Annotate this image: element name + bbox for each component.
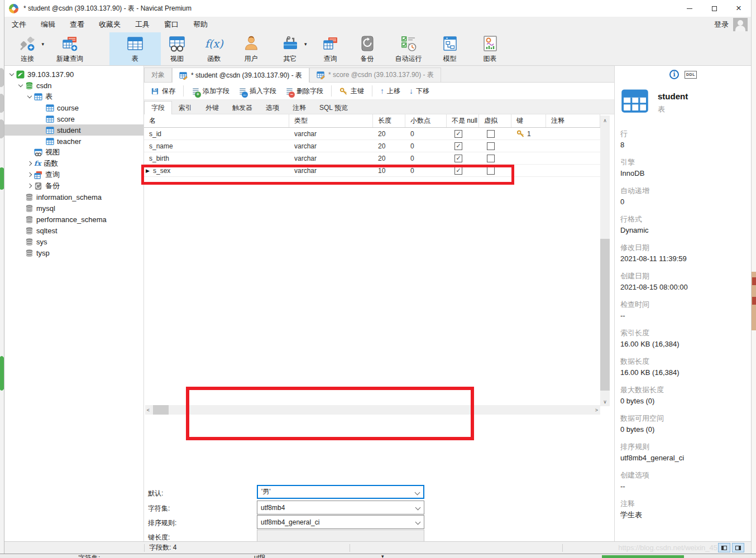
field-row-s_birth[interactable]: s_birth varchar 20 0 ✓ [144, 152, 600, 165]
virtual-checkbox[interactable] [487, 142, 495, 150]
collapse-chevron-icon[interactable] [27, 93, 32, 98]
user-avatar[interactable] [733, 18, 748, 31]
field-row-s_sex[interactable]: ▶ s_sex varchar 10 0 ✓ [144, 165, 600, 177]
field-row-s_id[interactable]: s_id varchar 20 0 ✓ 1 [144, 128, 600, 140]
expand-chevron-icon[interactable] [27, 161, 32, 166]
toolbar-function-button[interactable]: f(x) 函数 [198, 32, 231, 65]
collation-combobox[interactable]: utf8mb4_general_ci [257, 515, 424, 529]
col-name[interactable]: 名 [144, 114, 289, 127]
minimize-button[interactable] [677, 0, 702, 17]
scroll-left-icon[interactable]: < [143, 405, 153, 415]
maximize-button[interactable] [702, 0, 726, 17]
vertical-scrollbar[interactable]: ∧ ∨ [600, 116, 610, 406]
collapse-chevron-icon[interactable] [18, 82, 23, 86]
delete-field-button[interactable]: − 删除字段 [282, 85, 327, 98]
tree-database-csdn[interactable]: csdn [4, 80, 143, 91]
tree-table-teacher[interactable]: teacher [4, 136, 143, 147]
move-up-button[interactable]: ↑ 上移 [377, 85, 404, 98]
tab-score-table[interactable]: * score @csdn (39.103.137.90) - 表 [309, 68, 441, 82]
section-foreign-keys[interactable]: 外键 [199, 102, 226, 114]
tree-database-tysp[interactable]: tysp [4, 247, 143, 258]
col-length[interactable]: 长度 [373, 114, 405, 127]
tab-student-table[interactable]: * student @csdn (39.103.137.90) - 表 [172, 68, 309, 83]
section-sql-preview[interactable]: SQL 预览 [313, 102, 355, 114]
move-down-button[interactable]: ↓ 下移 [406, 85, 433, 98]
tree-views-group[interactable]: 视图 [4, 147, 143, 158]
virtual-checkbox[interactable] [487, 155, 495, 162]
toolbar-chart-button[interactable]: 图表 [474, 32, 506, 65]
expand-chevron-icon[interactable] [27, 172, 32, 177]
menu-favorites[interactable]: 收藏夹 [92, 17, 128, 32]
tree-database-mysql[interactable]: mysql [4, 203, 143, 214]
toolbar-view-button[interactable]: 视图 [161, 32, 193, 65]
toolbar-query-button[interactable]: 查询 [314, 32, 347, 65]
tree-backups-group[interactable]: 备份 [4, 180, 143, 191]
ddl-icon[interactable]: DDL [685, 71, 697, 79]
col-key[interactable]: 键 [511, 114, 546, 127]
col-virtual[interactable]: 虚拟 [479, 114, 511, 127]
save-button[interactable]: 保存 [147, 85, 179, 98]
toolbar-user-button[interactable]: 用户 [235, 32, 267, 65]
close-button[interactable]: × [726, 0, 751, 17]
scroll-down-icon[interactable]: ∨ [600, 397, 610, 406]
toolbar-automation-button[interactable]: 自动运行 [388, 32, 429, 65]
horizontal-scrollbar-thumb[interactable] [153, 405, 169, 415]
tree-tables-group[interactable]: 表 [4, 91, 143, 102]
section-fields[interactable]: 字段 [144, 101, 172, 114]
scroll-up-icon[interactable]: ∧ [600, 116, 610, 125]
toolbar-connection-button[interactable]: 连接 ▾ [11, 32, 44, 65]
info-icon[interactable]: i [669, 70, 679, 79]
primary-key-button[interactable]: 主键 [336, 85, 367, 98]
horizontal-scrollbar[interactable]: < > [145, 405, 600, 415]
tree-queries-group[interactable]: 查询 [4, 169, 143, 180]
menu-window[interactable]: 窗口 [157, 17, 186, 32]
tree-connection-39.103.137.90[interactable]: 39.103.137.90 [4, 69, 143, 80]
section-indexes[interactable]: 索引 [172, 102, 199, 114]
menu-view[interactable]: 查看 [63, 17, 92, 32]
tab-objects[interactable]: 对象 [144, 68, 172, 82]
tree-table-student[interactable]: student [4, 124, 143, 136]
section-comment[interactable]: 注释 [286, 102, 313, 114]
toggle-right-panel-button[interactable] [732, 543, 744, 552]
login-link[interactable]: 登录 [714, 20, 729, 30]
scroll-right-icon[interactable]: > [592, 405, 601, 415]
menu-tools[interactable]: 工具 [128, 17, 157, 32]
col-decimals[interactable]: 小数点 [405, 114, 447, 127]
toolbar-model-button[interactable]: 模型 [434, 32, 466, 65]
col-comment[interactable]: 注释 [546, 114, 600, 127]
toggle-left-panel-button[interactable] [718, 543, 730, 552]
charset-combobox[interactable]: utf8mb4 [257, 501, 424, 514]
tree-database-information_schema[interactable]: information_schema [4, 191, 143, 203]
tree-database-sqltest[interactable]: sqltest [4, 225, 143, 236]
collapse-chevron-icon[interactable] [9, 71, 14, 75]
tree-table-score[interactable]: score [4, 113, 143, 124]
not-null-checkbox[interactable]: ✓ [454, 142, 462, 150]
vertical-scrollbar-thumb[interactable] [600, 239, 610, 391]
default-combobox[interactable]: '男' [257, 485, 424, 499]
menu-help[interactable]: 帮助 [186, 17, 215, 32]
other-dropdown-caret-icon[interactable]: ▾ [304, 41, 307, 47]
tree-database-performance_schema[interactable]: performance_schema [4, 214, 143, 225]
tree-database-sys[interactable]: sys [4, 236, 143, 247]
connection-dropdown-caret-icon[interactable]: ▾ [41, 41, 44, 47]
toolbar-table-button[interactable]: 表 [109, 32, 161, 65]
virtual-checkbox[interactable] [487, 130, 495, 138]
expand-chevron-icon[interactable] [27, 184, 32, 188]
virtual-checkbox[interactable] [487, 167, 495, 175]
toolbar-backup-button[interactable]: 备份 [351, 32, 384, 65]
section-options[interactable]: 选项 [259, 102, 286, 114]
menu-file[interactable]: 文件 [4, 17, 34, 32]
add-field-button[interactable]: + 添加字段 [188, 85, 233, 98]
tree-table-course[interactable]: course [4, 102, 143, 113]
not-null-checkbox[interactable]: ✓ [454, 130, 462, 138]
col-type[interactable]: 类型 [289, 114, 373, 127]
section-triggers[interactable]: 触发器 [226, 102, 259, 114]
not-null-checkbox[interactable]: ✓ [454, 155, 462, 162]
tree-functions-group[interactable]: fx 函数 [4, 158, 143, 169]
not-null-checkbox[interactable]: ✓ [454, 167, 462, 175]
insert-field-button[interactable]: ← 插入字段 [235, 85, 280, 98]
col-not-null[interactable]: 不是 null [447, 114, 479, 127]
toolbar-other-button[interactable]: 其它 ▾ [274, 32, 307, 65]
toolbar-new-query-button[interactable]: 新建查询 [49, 32, 90, 65]
menu-edit[interactable]: 编辑 [34, 17, 63, 32]
